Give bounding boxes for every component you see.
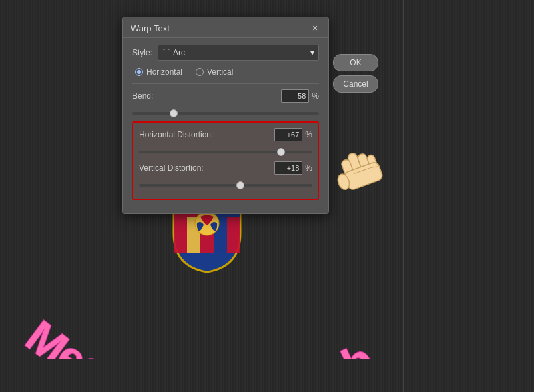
style-label: Style:: [132, 48, 152, 57]
h-distortion-slider[interactable]: [139, 151, 312, 153]
dialog-titlebar: Warp Text ×: [123, 17, 328, 38]
v-distortion-header: Vertical Distortion: +18 %: [139, 161, 312, 175]
dropdown-arrow-icon: ▾: [310, 48, 314, 57]
bend-header: Bend: -58 %: [132, 89, 319, 103]
dialog-title: Warp Text: [131, 23, 170, 33]
warped-text-container: Mes Que Un Club Mes Que Un Club: [0, 212, 441, 372]
cancel-button[interactable]: Cancel: [333, 75, 378, 93]
distortion-section: Horizontal Distortion: +67 % Vertical Di…: [132, 121, 319, 200]
style-icon: ⌒: [162, 47, 170, 59]
h-distortion-row: Horizontal Distortion: +67 %: [139, 128, 312, 156]
h-distortion-value-group: +67 %: [274, 128, 312, 141]
dialog-buttons: OK Cancel: [333, 54, 378, 93]
bend-value-group: -58 %: [281, 89, 319, 103]
horizontal-label: Horizontal: [146, 67, 182, 77]
close-button[interactable]: ×: [310, 23, 320, 33]
panel-divider: [403, 0, 404, 392]
dialog-body: Style: ⌒ Arc ▾ Horizontal Vertical: [123, 38, 328, 213]
bend-value[interactable]: -58: [281, 89, 309, 103]
v-distortion-value[interactable]: +18: [274, 161, 302, 175]
bend-label: Bend:: [132, 91, 153, 101]
horizontal-option[interactable]: Horizontal: [135, 67, 182, 77]
horizontal-radio[interactable]: [135, 68, 143, 76]
h-distortion-label: Horizontal Distortion:: [139, 130, 213, 139]
orientation-row: Horizontal Vertical: [132, 67, 319, 77]
style-value: Arc: [173, 48, 185, 57]
style-select[interactable]: ⌒ Arc ▾: [158, 45, 319, 61]
v-distortion-label: Vertical Distortion:: [139, 163, 204, 173]
vertical-radio[interactable]: [196, 68, 204, 76]
svg-text:Mes Que Un Club: Mes Que Un Club: [17, 311, 382, 359]
bend-unit: %: [312, 91, 319, 101]
v-distortion-value-group: +18 %: [274, 161, 312, 175]
bend-section: Bend: -58 %: [132, 89, 319, 117]
ok-button[interactable]: OK: [333, 54, 378, 71]
warp-text-dialog: Warp Text × Style: ⌒ Arc ▾ Horizontal V: [122, 17, 329, 214]
style-select-content: ⌒ Arc: [162, 47, 185, 59]
divider: [132, 83, 319, 84]
h-distortion-header: Horizontal Distortion: +67 %: [139, 128, 312, 141]
bend-slider[interactable]: [132, 112, 319, 115]
h-distortion-unit: %: [305, 130, 312, 139]
v-distortion-row: Vertical Distortion: +18 %: [139, 161, 312, 189]
style-row: Style: ⌒ Arc ▾: [132, 45, 319, 61]
vertical-label: Vertical: [207, 67, 233, 77]
v-distortion-slider[interactable]: [139, 184, 312, 187]
vertical-option[interactable]: Vertical: [196, 67, 233, 77]
h-distortion-value[interactable]: +67: [274, 128, 302, 141]
v-distortion-unit: %: [305, 163, 312, 173]
